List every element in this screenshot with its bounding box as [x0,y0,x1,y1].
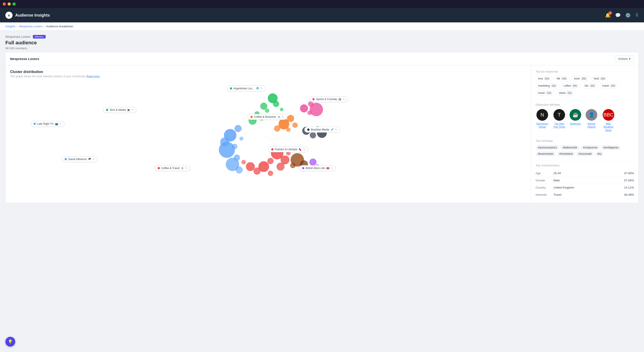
label-fashion-lifestyle[interactable]: Fashion & Lifestyle 👠 ✎ [268,146,308,152]
audience-title: Full audience [5,40,639,46]
characteristics-title: Top characteristics [536,164,634,167]
cluster-text: Fashion & Lifestyle [275,148,298,151]
card-tab[interactable]: Nespresso Lovers [10,57,39,61]
char-row: Gender Male 57.04% [536,177,634,184]
label-sports-comedy[interactable]: Sports & Comedy ⚽ ✎ [310,96,348,102]
keyword-tag[interactable]: marketing2% [536,83,560,88]
char-pct: 14.11% [624,186,634,189]
affinity-logo: BBC [603,109,614,121]
affinity-item[interactable]: BBC BBC Breaking News [602,109,615,132]
actions-label: Actions [618,57,628,60]
hashtag-tag[interactable]: #bidensmirk [560,145,580,150]
notification-icon[interactable]: 🔔 9 [605,13,611,18]
label-brazilian-media[interactable]: Brazilian Media 🖊️ ✎ [304,127,340,132]
grid-icon[interactable]: ⠿ [635,13,639,18]
hashtag-tag[interactable]: #loveisland [557,151,575,156]
edit-icon[interactable]: ✎ [343,98,345,101]
edit-icon[interactable]: ✎ [132,109,134,111]
label-coffee-business[interactable]: Coffee & Business ☕ ✎ [248,114,287,120]
affinity-item[interactable]: T The New York Times [552,109,566,132]
affinity-logo-text: T [558,112,560,118]
edit-icon[interactable]: ✎ [185,167,188,170]
affinities-grid: N Nespresso Global T The New York Times … [536,109,634,132]
titlebar [0,0,644,8]
nav-right: 🔔 9 💬 ⚙️ ⠿ [605,13,639,18]
breadcrumb-nespresso[interactable]: Nespresso Lovers [19,25,42,28]
keyword-tag[interactable]: love2% [536,76,552,81]
label-late-night[interactable]: Late Night TV 📺 ✎ [31,121,64,127]
hashtag-tag[interactable]: #emiliaperez [601,145,621,150]
keyword-pct: 2% [551,84,557,87]
edit-icon[interactable]: ✎ [260,87,262,90]
breadcrumb-insights[interactable]: Insights [5,25,16,28]
cluster-dot [307,128,310,131]
edit-icon[interactable]: ✎ [303,148,305,151]
char-value: United Kingdom [554,186,624,189]
hashtags-title: Top hashtags [536,139,634,142]
app-title: Audiense Insights [15,13,50,18]
affinity-item[interactable]: 👤 Barack Obama [585,109,598,132]
help-button[interactable]: 💡 [5,337,15,347]
affinity-logo-text: 👤 [588,112,594,118]
hashtag-tag[interactable]: #crispnonce [581,145,600,150]
chat-icon[interactable]: 💬 [615,13,621,18]
keyword-pct: 1% [610,84,616,87]
hashtag-tag[interactable]: #socceraid [576,151,594,156]
maximize-dot[interactable] [12,3,16,6]
svg-line-16 [286,137,300,146]
keyword-tag[interactable]: views1% [556,90,575,96]
keyword-tag[interactable]: lover2% [572,76,590,81]
label-tech-media[interactable]: Tech & Media 💻 ✎ [103,107,137,113]
hashtags-list: #actorsonactors#bidensmirk#crispnonce#em… [536,145,634,156]
affinity-name: Nespresso Global [536,122,549,128]
keyword-tag[interactable]: fan1% [582,83,598,88]
svg-point-37 [274,125,280,132]
affinity-logo-text: BBC [603,112,613,118]
svg-point-52 [276,162,285,171]
label-argentinian[interactable]: Argentinian Lov… 🗺️ ✎ [227,86,266,91]
label-coffee-travel[interactable]: Coffee & Travel ☕ ✎ [155,165,190,171]
svg-line-4 [250,126,260,135]
card-header: Nespresso Lovers Actions ▾ [6,52,638,65]
char-row: Age 25-34 47.80% [536,170,634,177]
hashtag-tag[interactable]: #buenmartes [536,151,556,156]
sidebar-section: Top bio keywords love2%life2%lover2%food… [531,65,638,203]
keyword-tag[interactable]: music1% [536,90,554,96]
affinity-item[interactable]: ☕ Starbucks [570,109,581,132]
edit-icon[interactable]: ✎ [335,128,337,131]
char-pct: 47.80% [624,171,634,175]
actions-button[interactable]: Actions ▾ [615,56,634,62]
edit-icon[interactable]: ✎ [92,158,94,161]
cluster-text: Argentinian Lov… [234,87,255,90]
settings-icon[interactable]: ⚙️ [625,13,631,18]
affinities-badge[interactable]: Affinities [33,35,46,39]
close-dot[interactable] [3,3,6,6]
chevron-down-icon: ▾ [629,57,630,60]
audience-count: 98 245 members [5,47,639,50]
keyword-tag[interactable]: travel1% [600,83,618,88]
edit-icon[interactable]: ✎ [60,122,62,125]
edit-icon[interactable]: ✎ [331,167,333,170]
cluster-text: Coffee & Business [254,115,276,118]
svg-point-54 [254,167,261,175]
edit-icon[interactable]: ✎ [282,116,284,118]
keyword-word: marketing [538,84,550,87]
keyword-tag[interactable]: food2% [591,76,608,81]
affinity-item[interactable]: N Nespresso Global [536,109,549,132]
keyword-tag[interactable]: coffee2% [561,83,580,88]
hashtag-tag[interactable]: #icj [595,151,604,156]
cluster-text: Tech & Media [110,108,126,111]
minimize-dot[interactable] [8,3,11,6]
svg-point-57 [242,160,246,164]
keyword-pct: 2% [561,77,567,80]
keyword-pct: 2% [600,77,606,80]
keyword-tag[interactable]: life2% [554,76,570,81]
label-british-mum[interactable]: British Mum Life 🇬🇧 ✎ [299,165,336,171]
hashtag-tag[interactable]: #actorsonactors [536,145,559,150]
affinity-logo: N [536,109,548,121]
label-saudi[interactable]: Saudi Influence 🏴 ✎ [62,156,98,162]
char-pct: 40.48% [624,193,634,196]
read-more-link[interactable]: Read more [86,75,100,78]
affinity-name: BBC Breaking News [602,122,615,132]
affinity-name: The New York Times [552,122,566,128]
